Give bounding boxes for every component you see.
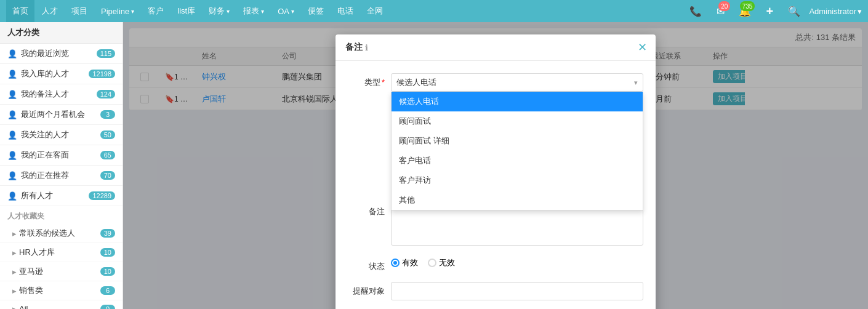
- type-select-wrap: 候选人电话 ▾ 候选人电话 顾问面试 顾问面试 详细 客户电话 客户拜访 其他: [391, 73, 643, 92]
- sidebar-sub-item-ail[interactable]: ▸ Ail 0: [0, 300, 123, 309]
- nav-item-phone[interactable]: 电话: [331, 0, 360, 22]
- dropdown-item-3[interactable]: 客户电话: [392, 151, 643, 171]
- user-menu[interactable]: Administrator ▾: [809, 7, 862, 16]
- remind-input[interactable]: [391, 282, 643, 300]
- nav-item-client[interactable]: 客户: [142, 0, 170, 22]
- type-select[interactable]: 候选人电话 ▾: [391, 73, 643, 92]
- sidebar-sub-item-frequent[interactable]: ▸ 常联系的候选人 39: [0, 224, 123, 243]
- type-dropdown-list: 候选人电话 顾问面试 顾问面试 详细 客户电话 客户拜访 其他: [391, 92, 643, 211]
- nav-item-pipeline[interactable]: Pipeline ▾: [95, 0, 140, 22]
- sidebar-item-my-talent[interactable]: 👤 我入库的人才 12198: [0, 64, 123, 84]
- search-icon: 🔍: [788, 6, 800, 17]
- form-row-remind: 提醒对象: [348, 282, 643, 300]
- dropdown-item-0[interactable]: 候选人电话: [392, 92, 643, 111]
- person-icon-8: 👤: [7, 191, 17, 201]
- arrow-icon-1: ▸: [12, 229, 17, 238]
- notification-icon-btn[interactable]: 🔔 735: [735, 1, 755, 21]
- sidebar-sub-item-sales[interactable]: ▸ 销售类 6: [0, 281, 123, 300]
- form-row-status: 状态 有效 无效: [348, 257, 643, 272]
- sidebar-item-all-talent[interactable]: 👤 所有人才 12289: [0, 186, 123, 206]
- sidebar-item-my-notes[interactable]: 👤 我的备注人才 124: [0, 84, 123, 105]
- info-icon[interactable]: ℹ: [365, 43, 368, 52]
- report-arrow-icon: ▾: [261, 8, 264, 15]
- dropdown-item-1[interactable]: 顾问面试: [392, 111, 643, 131]
- sidebar-item-recommending[interactable]: 👤 我的正在推荐 70: [0, 166, 123, 186]
- nav-item-talent[interactable]: 人才: [36, 0, 64, 22]
- top-nav: 首页 人才 项目 Pipeline ▾ 客户 list库 财务 ▾ 报表 ▾ O…: [0, 0, 868, 22]
- remind-input-wrap: [391, 282, 643, 300]
- oa-arrow-icon: ▾: [291, 8, 294, 15]
- arrow-icon-5: ▸: [12, 304, 17, 309]
- radio-valid[interactable]: [391, 259, 400, 267]
- dropdown-item-2[interactable]: 顾问面试 详细: [392, 131, 643, 151]
- notification-badge: 735: [740, 1, 755, 11]
- arrow-icon-4: ▸: [12, 286, 17, 295]
- status-label: 状态: [348, 257, 391, 272]
- nav-item-oa[interactable]: OA ▾: [271, 0, 300, 22]
- person-icon-6: 👤: [7, 151, 17, 160]
- person-icon-5: 👤: [7, 130, 17, 140]
- add-icon: +: [766, 4, 774, 18]
- sidebar-item-recent-opportunity[interactable]: 👤 最近两个月看机会 3: [0, 105, 123, 125]
- nav-item-finance[interactable]: 财务 ▾: [203, 0, 236, 22]
- person-icon-3: 👤: [7, 90, 17, 99]
- nav-right: 📞 ✉ 20 🔔 735 + 🔍 Administrator ▾: [686, 1, 862, 21]
- search-icon-btn[interactable]: 🔍: [784, 1, 804, 21]
- modal-body: 类型 候选人电话 ▾ 候选人电话 顾问面试 顾问面试 详细 客户电话: [336, 61, 656, 309]
- dropdown-item-4[interactable]: 客户拜访: [392, 171, 643, 190]
- radio-invalid[interactable]: [428, 259, 436, 267]
- form-row-type: 类型 候选人电话 ▾ 候选人电话 顾问面试 顾问面试 详细 客户电话: [348, 73, 643, 92]
- nav-item-notes[interactable]: 便签: [302, 0, 330, 22]
- mail-badge: 20: [718, 1, 730, 11]
- arrow-icon-2: ▸: [12, 248, 17, 257]
- nav-item-home[interactable]: 首页: [6, 0, 34, 22]
- modal-overlay: 备注 ℹ ✕ 类型 候选人电话 ▾ 候选人电: [123, 22, 868, 309]
- dropdown-item-5[interactable]: 其他: [392, 190, 643, 210]
- status-option-invalid[interactable]: 无效: [428, 257, 455, 268]
- sidebar-item-followed[interactable]: 👤 我关注的人才 50: [0, 125, 123, 145]
- sidebar: 人才分类 👤 我的最近浏览 115 👤 我入库的人才 12198 👤 我的备注人…: [0, 22, 123, 309]
- type-label: 类型: [348, 73, 391, 88]
- modal-title: 备注: [345, 42, 363, 53]
- mail-icon-btn[interactable]: ✉ 20: [710, 1, 730, 21]
- nav-item-listku[interactable]: list库: [171, 0, 201, 22]
- phone-icon: 📞: [689, 6, 702, 17]
- modal-dialog: 备注 ℹ ✕ 类型 候选人电话 ▾ 候选人电: [336, 34, 656, 309]
- arrow-icon-3: ▸: [12, 267, 17, 276]
- sidebar-group-title: 人才收藏夹: [0, 206, 123, 224]
- person-icon: 👤: [7, 49, 17, 58]
- note-label: 备注: [348, 203, 391, 217]
- finance-arrow-icon: ▾: [227, 8, 230, 15]
- nav-item-allnet[interactable]: 全网: [361, 0, 389, 22]
- modal-close-button[interactable]: ✕: [638, 42, 647, 53]
- nav-item-project[interactable]: 项目: [65, 0, 94, 22]
- sidebar-item-recent-browse[interactable]: 👤 我的最近浏览 115: [0, 44, 123, 64]
- sidebar-section-title: 人才分类: [0, 22, 123, 44]
- status-options: 有效 无效: [391, 257, 455, 268]
- user-arrow-icon: ▾: [858, 7, 862, 16]
- nav-item-report[interactable]: 报表 ▾: [237, 0, 270, 22]
- pipeline-arrow-icon: ▾: [131, 8, 134, 15]
- sidebar-sub-item-amazon[interactable]: ▸ 亚马逊 10: [0, 262, 123, 281]
- status-option-valid[interactable]: 有效: [391, 257, 418, 268]
- person-icon-2: 👤: [7, 70, 17, 79]
- person-icon-7: 👤: [7, 171, 17, 180]
- person-icon-4: 👤: [7, 110, 17, 119]
- add-icon-btn[interactable]: +: [760, 1, 779, 21]
- sidebar-item-interviewing[interactable]: 👤 我的正在客面 65: [0, 145, 123, 166]
- remind-label: 提醒对象: [348, 282, 391, 297]
- select-arrow-icon: ▾: [634, 79, 638, 87]
- sidebar-sub-item-hr[interactable]: ▸ HR人才库 10: [0, 243, 123, 262]
- content-area: 总共: 131 条结果 姓名 公司 职位 地区 薪资 年龄 搜索 查看 ▾ 最近…: [123, 22, 868, 309]
- modal-header: 备注 ℹ ✕: [336, 34, 656, 61]
- main-layout: 人才分类 👤 我的最近浏览 115 👤 我入库的人才 12198 👤 我的备注人…: [0, 22, 868, 309]
- phone-icon-btn[interactable]: 📞: [686, 1, 705, 21]
